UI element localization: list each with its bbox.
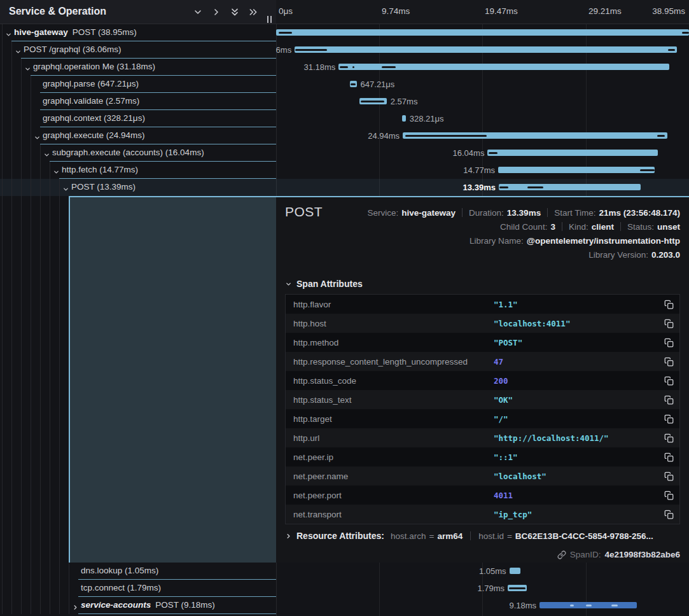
span-duration-bar[interactable]	[539, 602, 637, 608]
span-tree-cell[interactable]: http.fetch (14.77ms)	[0, 162, 276, 179]
attribute-value: "localhost:4011"	[494, 319, 658, 328]
meta-value: 0.203.0	[651, 250, 680, 260]
axis-tick: 9.74ms	[382, 6, 410, 16]
copy-button[interactable]	[658, 433, 679, 443]
span-duration-bar[interactable]	[359, 98, 387, 104]
copy-button[interactable]	[658, 452, 679, 462]
chevron-right-icon[interactable]	[211, 7, 221, 17]
span-attributes-header[interactable]: Span Attributes	[285, 279, 363, 289]
span-row[interactable]: graphql.parse (647.21μs)647.21μs	[0, 76, 689, 93]
span-duration-bar[interactable]	[276, 29, 689, 36]
collapse-chevron-icon[interactable]	[5, 29, 13, 37]
span-tree-cell[interactable]: graphql.validate (2.57ms)	[0, 93, 276, 110]
span-duration-bar[interactable]	[508, 585, 527, 591]
span-duration-bar[interactable]	[498, 167, 655, 173]
span-label: graphql.execute (24.94ms)	[43, 130, 145, 140]
span-row[interactable]: graphql.validate (2.57ms)2.57ms	[0, 93, 689, 110]
collapse-chevron-icon[interactable]	[15, 46, 22, 54]
double-chevron-down-icon[interactable]	[230, 7, 240, 17]
collapse-chevron-icon[interactable]	[34, 132, 41, 140]
copy-button[interactable]	[658, 395, 679, 405]
attribute-row: http.url"http://localhost:4011/"	[286, 428, 679, 447]
trace-viewer: Service & Operation 0μs 9.74ms 19.4	[0, 0, 689, 616]
span-row[interactable]: hive-gatewayPOST (38.95ms)	[0, 24, 689, 41]
collapse-chevron-icon[interactable]	[62, 184, 70, 192]
copy-button[interactable]	[658, 414, 679, 424]
span-tree-cell[interactable]: tcp.connect (1.79ms)	[0, 580, 276, 597]
copy-button[interactable]	[658, 300, 679, 309]
span-tree-cell[interactable]: dns.lookup (1.05ms)	[0, 563, 276, 580]
child-span-mark	[640, 169, 655, 171]
double-chevron-right-icon[interactable]	[248, 7, 258, 17]
span-timeline-cell: 1.79ms	[276, 580, 689, 597]
span-timeline-cell: 328.21μs	[276, 110, 689, 127]
copy-button[interactable]	[658, 319, 679, 328]
span-tree-cell[interactable]: graphql.execute (24.94ms)	[0, 127, 276, 144]
span-tree-cell[interactable]: service-accountsPOST (9.18ms)	[0, 597, 276, 614]
collapse-chevron-icon[interactable]	[53, 167, 60, 174]
span-duration-bar[interactable]	[295, 46, 677, 53]
span-label: subgraph.execute (accounts) (16.04ms)	[52, 148, 204, 157]
collapse-chevron-icon[interactable]	[24, 64, 32, 71]
span-row[interactable]: POST (13.39ms)13.39ms	[0, 179, 689, 196]
span-row[interactable]: POST /graphql (36.06ms)36.06ms	[0, 41, 689, 59]
attribute-key: http.method	[286, 338, 494, 347]
copy-button[interactable]	[658, 472, 679, 481]
attribute-row: http.flavor"1.1"	[286, 295, 679, 314]
span-duration-bar[interactable]	[402, 115, 405, 122]
link-icon[interactable]	[557, 550, 566, 559]
child-span-mark	[657, 135, 665, 137]
span-row[interactable]: graphql.execute (24.94ms)24.94ms	[0, 127, 689, 144]
span-duration-bar[interactable]	[350, 81, 357, 87]
span-row[interactable]: graphql.context (328.21μs)328.21μs	[0, 110, 689, 127]
span-row[interactable]: tcp.connect (1.79ms)1.79ms	[0, 580, 689, 597]
span-duration-bar[interactable]	[510, 568, 520, 574]
span-duration-bar[interactable]	[487, 150, 657, 156]
duration-label: 24.94ms	[368, 131, 400, 141]
copy-button[interactable]	[658, 510, 679, 519]
span-duration-bar[interactable]	[403, 132, 667, 139]
resource-attributes[interactable]: Resource Attributes: host.arch=arm64host…	[285, 531, 653, 541]
operation-name: POST (9.18ms)	[155, 600, 215, 610]
span-row[interactable]: graphql.operation Me (31.18ms)31.18ms	[0, 59, 689, 76]
copy-button[interactable]	[658, 491, 679, 500]
span-tree-cell[interactable]: graphql.operation Me (31.18ms)	[0, 59, 276, 76]
span-label: dns.lookup (1.05ms)	[81, 566, 158, 575]
span-row[interactable]: http.fetch (14.77ms)14.77ms	[0, 162, 689, 179]
chevron-down-icon[interactable]	[193, 7, 203, 17]
span-tree-cell[interactable]: POST /graphql (36.06ms)	[0, 41, 276, 59]
attribute-row: http.method"POST"	[286, 333, 679, 352]
span-tree-cell[interactable]: POST (13.39ms)	[0, 179, 276, 196]
duration-label: 1.79ms	[477, 584, 505, 593]
operation-name: graphql.validate (2.57ms)	[43, 96, 139, 106]
span-duration-bar[interactable]	[499, 184, 641, 190]
pane-resize-handle[interactable]	[267, 16, 272, 23]
attribute-row: net.peer.ip"::1"	[286, 447, 679, 466]
span-tree-cell[interactable]: hive-gatewayPOST (38.95ms)	[0, 24, 276, 41]
copy-button[interactable]	[658, 376, 679, 386]
span-duration-bar[interactable]	[338, 64, 669, 70]
operation-name: graphql.operation Me (31.18ms)	[33, 62, 155, 71]
meta-label: Service:	[367, 208, 398, 218]
copy-button[interactable]	[658, 338, 679, 347]
span-row[interactable]: service-accountsPOST (9.18ms)9.18ms	[0, 597, 689, 614]
operation-name: graphql.context (328.21μs)	[43, 113, 145, 123]
attribute-value: "ip_tcp"	[494, 510, 658, 519]
attribute-key: net.peer.name	[286, 472, 494, 481]
copy-button[interactable]	[658, 357, 679, 367]
span-tree-cell[interactable]: graphql.context (328.21μs)	[0, 110, 276, 127]
axis-tick: 19.47ms	[485, 6, 518, 16]
span-row[interactable]: dns.lookup (1.05ms)1.05ms	[0, 563, 689, 580]
child-span-mark	[570, 605, 574, 606]
collapse-chevron-icon[interactable]	[43, 150, 51, 157]
expand-chevron-icon[interactable]	[72, 602, 80, 610]
attribute-row: http.status_text"OK"	[286, 390, 679, 409]
span-timeline-cell: 647.21μs	[276, 76, 689, 93]
span-tree-cell[interactable]: subgraph.execute (accounts) (16.04ms)	[0, 144, 276, 162]
span-rows-top: hive-gatewayPOST (38.95ms)POST /graphql …	[0, 24, 689, 196]
span-row[interactable]: subgraph.execute (accounts) (16.04ms)16.…	[0, 144, 689, 162]
span-label: graphql.operation Me (31.18ms)	[33, 62, 155, 71]
span-timeline-cell: 9.18ms	[276, 597, 689, 614]
span-tree-cell[interactable]: graphql.parse (647.21μs)	[0, 76, 276, 93]
duration-label: 14.77ms	[463, 165, 495, 175]
